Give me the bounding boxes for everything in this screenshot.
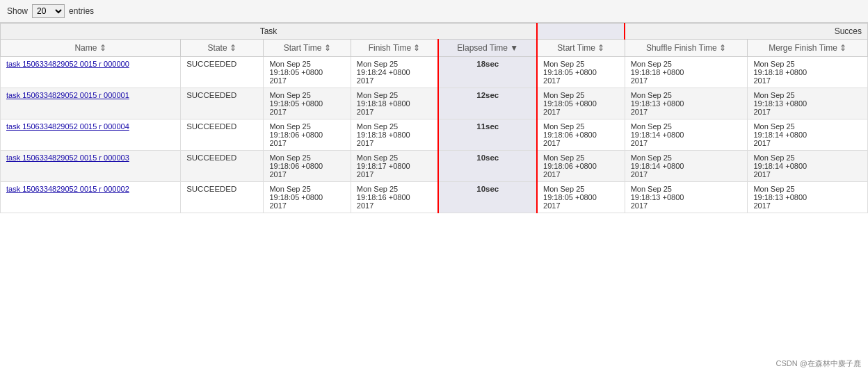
sort-icon-start: ⇕ (324, 43, 331, 53)
cell-name: task 1506334829052 0015 r 000000 (1, 57, 181, 88)
table-wrapper: Task Succes Name ⇕ State ⇕ Start Time ⇕ … (0, 23, 868, 213)
cell-start-time: Mon Sep 25 19:18:06 +0800 2017 (264, 151, 351, 182)
group-header-task: Task (1, 24, 538, 40)
table-row: task 1506334829052 0015 r 000002SUCCEEDE… (1, 182, 868, 213)
cell-start-time: Mon Sep 25 19:18:05 +0800 2017 (264, 57, 351, 88)
cell-state: SUCCEEDED (181, 182, 264, 213)
col-start-time[interactable]: Start Time ⇕ (264, 40, 351, 57)
cell-name: task 1506334829052 0015 r 000001 (1, 88, 181, 119)
table-row: task 1506334829052 0015 r 000000SUCCEEDE… (1, 57, 868, 88)
cell-merge-finish: Mon Sep 25 19:18:18 +0800 2017 (748, 57, 868, 88)
sort-icon-finish: ⇕ (413, 43, 420, 53)
col-shuffle-finish[interactable]: Shuffle Finish Time ⇕ (625, 40, 748, 57)
cell-start-time2: Mon Sep 25 19:18:06 +0800 2017 (537, 151, 625, 182)
cell-merge-finish: Mon Sep 25 19:18:14 +0800 2017 (748, 151, 868, 182)
cell-shuffle-finish: Mon Sep 25 19:18:13 +0800 2017 (625, 88, 748, 119)
table-row: task 1506334829052 0015 r 000001SUCCEEDE… (1, 88, 868, 119)
cell-elapsed-time: 11sec (438, 119, 537, 151)
task-link[interactable]: task 1506334829052 0015 r 000000 (6, 60, 129, 68)
col-elapsed-time[interactable]: Elapsed Time ▼ (438, 40, 537, 57)
cell-shuffle-finish: Mon Sep 25 19:18:14 +0800 2017 (625, 151, 748, 182)
cell-start-time2: Mon Sep 25 19:18:05 +0800 2017 (537, 182, 625, 213)
entries-select[interactable]: 20 10 50 100 (32, 4, 65, 18)
cell-finish-time: Mon Sep 25 19:18:18 +0800 2017 (351, 119, 438, 151)
task-link[interactable]: task 1506334829052 0015 r 000003 (6, 154, 129, 162)
sort-icon-merge: ⇕ (839, 43, 846, 53)
cell-finish-time: Mon Sep 25 19:18:24 +0800 2017 (351, 57, 438, 88)
cell-merge-finish: Mon Sep 25 19:18:13 +0800 2017 (748, 182, 868, 213)
task-link[interactable]: task 1506334829052 0015 r 000001 (6, 91, 129, 99)
cell-start-time: Mon Sep 25 19:18:05 +0800 2017 (264, 88, 351, 119)
show-label: Show (7, 6, 28, 16)
cell-start-time2: Mon Sep 25 19:18:06 +0800 2017 (537, 119, 625, 151)
group-header-row: Task Succes (1, 24, 868, 40)
group-header-elapsed (537, 24, 625, 40)
cell-start-time2: Mon Sep 25 19:18:05 +0800 2017 (537, 88, 625, 119)
main-table: Task Succes Name ⇕ State ⇕ Start Time ⇕ … (0, 23, 868, 213)
sort-icon-name: ⇕ (99, 43, 106, 53)
col-finish-time[interactable]: Finish Time ⇕ (351, 40, 438, 57)
cell-finish-time: Mon Sep 25 19:18:16 +0800 2017 (351, 182, 438, 213)
col-state[interactable]: State ⇕ (181, 40, 264, 57)
cell-elapsed-time: 18sec (438, 57, 537, 88)
group-header-success: Succes (625, 24, 867, 40)
cell-start-time: Mon Sep 25 19:18:06 +0800 2017 (264, 119, 351, 151)
cell-name: task 1506334829052 0015 r 000003 (1, 151, 181, 182)
top-bar: Show 20 10 50 100 entries (0, 0, 868, 23)
task-link[interactable]: task 1506334829052 0015 r 000002 (6, 185, 129, 193)
cell-shuffle-finish: Mon Sep 25 19:18:13 +0800 2017 (625, 182, 748, 213)
cell-elapsed-time: 10sec (438, 151, 537, 182)
cell-shuffle-finish: Mon Sep 25 19:18:14 +0800 2017 (625, 119, 748, 151)
entries-label: entries (69, 6, 94, 16)
col-start-time2[interactable]: Start Time ⇕ (537, 40, 625, 57)
col-header-row: Name ⇕ State ⇕ Start Time ⇕ Finish Time … (1, 40, 868, 57)
sort-icon-state: ⇕ (230, 43, 236, 53)
cell-start-time: Mon Sep 25 19:18:05 +0800 2017 (264, 182, 351, 213)
cell-merge-finish: Mon Sep 25 19:18:13 +0800 2017 (748, 88, 868, 119)
task-link[interactable]: task 1506334829052 0015 r 000004 (6, 122, 129, 131)
cell-state: SUCCEEDED (181, 57, 264, 88)
col-merge-finish[interactable]: Merge Finish Time ⇕ (748, 40, 868, 57)
table-row: task 1506334829052 0015 r 000003SUCCEEDE… (1, 151, 868, 182)
cell-elapsed-time: 10sec (438, 182, 537, 213)
cell-state: SUCCEEDED (181, 119, 264, 151)
table-row: task 1506334829052 0015 r 000004SUCCEEDE… (1, 119, 868, 151)
cell-start-time2: Mon Sep 25 19:18:05 +0800 2017 (537, 57, 625, 88)
cell-name: task 1506334829052 0015 r 000004 (1, 119, 181, 151)
cell-name: task 1506334829052 0015 r 000002 (1, 182, 181, 213)
col-name[interactable]: Name ⇕ (1, 40, 181, 57)
cell-state: SUCCEEDED (181, 88, 264, 119)
cell-finish-time: Mon Sep 25 19:18:17 +0800 2017 (351, 151, 438, 182)
sort-icon-shuffle: ⇕ (719, 43, 726, 53)
cell-elapsed-time: 12sec (438, 88, 537, 119)
sort-icon-start2: ⇕ (597, 43, 604, 53)
sort-icon-elapsed: ▼ (510, 43, 518, 53)
cell-finish-time: Mon Sep 25 19:18:18 +0800 2017 (351, 88, 438, 119)
cell-merge-finish: Mon Sep 25 19:18:14 +0800 2017 (748, 119, 868, 151)
table-body: task 1506334829052 0015 r 000000SUCCEEDE… (1, 57, 868, 213)
cell-shuffle-finish: Mon Sep 25 19:18:18 +0800 2017 (625, 57, 748, 88)
cell-state: SUCCEEDED (181, 151, 264, 182)
